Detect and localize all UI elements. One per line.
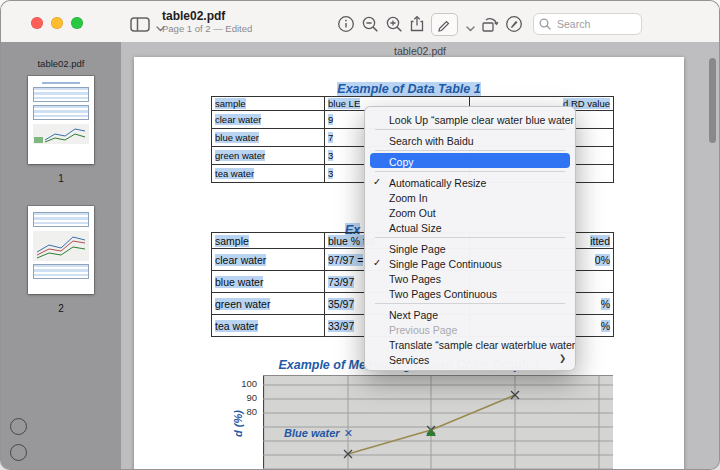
sidebar-toggle-button[interactable]: [129, 14, 151, 34]
y-axis-label-fragment: d (%): [232, 410, 244, 437]
document-proxy-title: table02.pdf: [121, 45, 719, 57]
menu-separator: [375, 303, 565, 304]
zoom-out-button[interactable]: [359, 14, 381, 34]
thumbnail-label-2: 2: [1, 303, 121, 314]
menu-item-zoom-out[interactable]: Zoom Out: [365, 204, 575, 219]
table-cell: green water: [212, 293, 325, 315]
menu-item-translate[interactable]: Translate “sample clear waterblue water……: [365, 336, 575, 351]
title-block: table02.pdf Page 1 of 2 — Edited: [162, 10, 252, 35]
table-cell: sample: [212, 97, 325, 111]
page-thumbnail-1[interactable]: [28, 76, 94, 164]
graph-plot-area: [263, 375, 613, 469]
preview-window: table02.pdf Page 1 of 2 — Edited: [0, 0, 720, 470]
checkmark-icon: ✓: [373, 174, 381, 189]
thumbnail-decoration: [42, 82, 80, 84]
zoom-in-icon: [385, 15, 403, 33]
menu-separator: [375, 171, 565, 172]
close-button[interactable]: [31, 17, 43, 29]
menu-item-single-page-continuous[interactable]: ✓Single Page Continuous: [365, 255, 575, 270]
search-field[interactable]: [533, 13, 642, 35]
menu-item-single-page[interactable]: Single Page: [365, 240, 575, 255]
share-icon: [408, 15, 426, 33]
y-axis-tick: 100: [227, 378, 257, 389]
zoom-in-button[interactable]: [383, 14, 405, 34]
markup-menu-chevron[interactable]: [459, 19, 481, 39]
menu-item-previous-page: Previous Page: [365, 321, 575, 336]
menu-item-two-pages-continuous[interactable]: Two Pages Continuous: [365, 285, 575, 300]
info-icon: [337, 15, 355, 33]
menu-item-services[interactable]: Services❯: [365, 351, 575, 366]
markup-circle-icon: [505, 15, 523, 33]
x-marker-icon: ✕: [344, 427, 353, 439]
page-thumbnail-2[interactable]: [28, 206, 94, 294]
rotate-icon: [480, 15, 500, 33]
sidebar-bottom-button-1[interactable]: [10, 418, 27, 435]
rotate-button[interactable]: [479, 14, 501, 34]
search-input[interactable]: [555, 17, 629, 31]
table-cell: blue water: [212, 129, 325, 147]
context-menu: Look Up “sample clear water blue water…”…: [364, 106, 576, 371]
table-cell: sample: [212, 233, 325, 249]
doc-heading-1: Example of Data Table 1: [134, 82, 684, 96]
zoom-out-icon: [361, 15, 379, 33]
share-button[interactable]: [406, 14, 428, 34]
series-label: Blue water✕: [284, 427, 353, 440]
menu-separator: [375, 150, 565, 151]
menu-item-search-with-baidu[interactable]: Search with Baidu: [365, 132, 575, 147]
thumbnail-mini-table: [33, 264, 89, 279]
menu-item-copy[interactable]: Copy: [370, 153, 570, 168]
checkmark-icon: ✓: [373, 255, 381, 270]
sidebar-bottom-button-2[interactable]: [10, 444, 27, 461]
markup-toolbar-button[interactable]: [503, 14, 525, 34]
chevron-down-icon: [466, 26, 475, 32]
thumbnail-mini-chart: [33, 231, 89, 261]
sidebar-icon: [130, 17, 150, 32]
titlebar: table02.pdf Page 1 of 2 — Edited: [1, 1, 719, 43]
menu-item-actual-size[interactable]: Actual Size: [365, 219, 575, 234]
pencil-icon: [437, 17, 452, 32]
table-cell: green water: [212, 147, 325, 165]
minimize-button[interactable]: [51, 17, 63, 29]
menu-item-next-page[interactable]: Next Page: [365, 306, 575, 321]
search-icon: [539, 18, 551, 30]
menu-separator: [375, 129, 565, 130]
info-button[interactable]: [335, 14, 357, 34]
menu-item-two-pages[interactable]: Two Pages: [365, 270, 575, 285]
thumbnail-mini-table: [33, 105, 89, 120]
markup-pencil-button[interactable]: [431, 13, 458, 36]
menu-item-zoom-in[interactable]: Zoom In: [365, 189, 575, 204]
sidebar: table02.pdf 1 2: [1, 42, 122, 469]
fullscreen-button[interactable]: [71, 17, 83, 29]
submenu-arrow-icon: ❯: [559, 351, 566, 366]
traffic-lights: [31, 17, 83, 29]
y-axis-tick: 90: [227, 392, 257, 403]
table-cell: clear water: [212, 111, 325, 129]
sidebar-file-name: table02.pdf: [1, 58, 121, 69]
vertical-scrollbar[interactable]: [709, 58, 716, 143]
window-title: table02.pdf: [162, 10, 252, 23]
thumbnail-label-1: 1: [1, 173, 121, 184]
table-cell: blue water: [212, 271, 325, 293]
thumbnail-mini-table: [33, 87, 89, 102]
graph-canvas: [263, 376, 613, 469]
menu-item-automatically-resize[interactable]: ✓Automatically Resize: [365, 174, 575, 189]
thumbnail-mini-chart: [33, 124, 89, 144]
menu-item-look-up[interactable]: Look Up “sample clear water blue water…”: [365, 111, 575, 126]
table-cell: clear water: [212, 249, 325, 271]
menu-separator: [375, 237, 565, 238]
table-cell: tea water: [212, 165, 325, 183]
page-status: Page 1 of 2 — Edited: [162, 23, 252, 35]
thumbnail-mini-table: [33, 212, 89, 227]
table-cell: tea water: [212, 315, 325, 337]
